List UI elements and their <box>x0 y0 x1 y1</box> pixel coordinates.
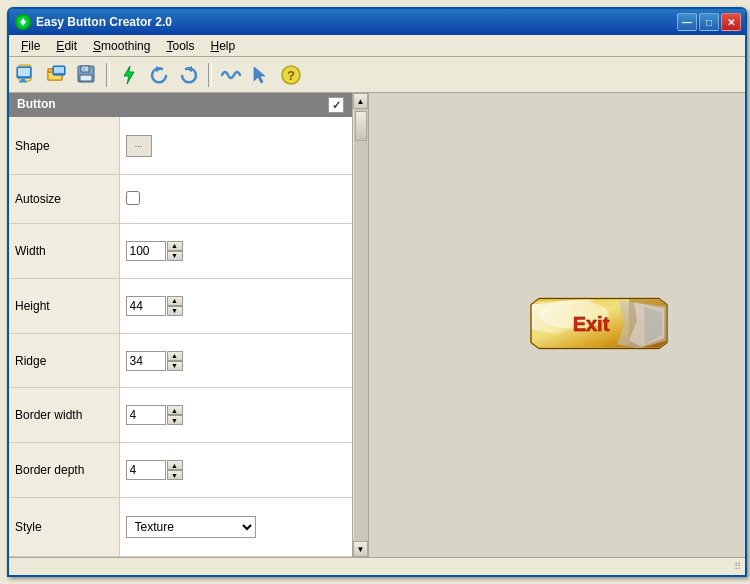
toolbar-new-file[interactable] <box>13 61 41 89</box>
toolbar-save-file[interactable] <box>73 61 101 89</box>
scroll-thumb[interactable] <box>355 111 367 141</box>
prop-label-border-width: Border width <box>9 388 119 443</box>
canvas-area[interactable]: Exit <box>369 93 745 557</box>
prop-value-border-width: ▲ ▼ <box>119 388 352 443</box>
menu-bar: File Edit Smoothing Tools Help <box>9 35 745 57</box>
svg-marker-21 <box>186 66 192 72</box>
border-depth-input[interactable] <box>126 460 166 480</box>
prop-row-border-width: Border width ▲ ▼ <box>9 388 352 443</box>
height-spinner-buttons: ▲ ▼ <box>167 296 183 316</box>
width-spinner: ▲ ▼ <box>126 241 347 261</box>
border-depth-up[interactable]: ▲ <box>167 460 183 470</box>
prop-row-autosize: Autosize <box>9 175 352 224</box>
toolbar: ? <box>9 57 745 93</box>
prop-value-height: ▲ ▼ <box>119 278 352 333</box>
ridge-input[interactable] <box>126 351 166 371</box>
svg-rect-14 <box>54 67 64 73</box>
ridge-spinner: ▲ ▼ <box>126 351 347 371</box>
svg-text:?: ? <box>287 68 295 83</box>
prop-value-ridge: ▲ ▼ <box>119 333 352 388</box>
close-button[interactable]: ✕ <box>721 13 741 31</box>
height-input[interactable] <box>126 296 166 316</box>
border-width-spinner-buttons: ▲ ▼ <box>167 405 183 425</box>
prop-row-style: Style Texture Flat Raised Sunken <box>9 498 352 557</box>
svg-marker-20 <box>156 66 162 72</box>
autosize-checkbox[interactable] <box>126 191 140 205</box>
menu-file[interactable]: File <box>13 37 48 55</box>
ridge-up[interactable]: ▲ <box>167 351 183 361</box>
app-icon <box>15 14 31 30</box>
border-width-spinner: ▲ ▼ <box>126 405 347 425</box>
button-preview: Exit <box>529 295 669 356</box>
border-width-down[interactable]: ▼ <box>167 415 183 425</box>
shape-button[interactable]: ··· <box>126 135 152 157</box>
prop-value-border-depth: ▲ ▼ <box>119 443 352 498</box>
scroll-up-arrow[interactable]: ▲ <box>353 93 368 109</box>
svg-marker-22 <box>254 67 265 83</box>
toolbar-sep-2 <box>208 63 212 87</box>
width-spinner-buttons: ▲ ▼ <box>167 241 183 261</box>
prop-value-style: Texture Flat Raised Sunken <box>119 498 352 557</box>
scroll-track <box>354 109 368 541</box>
svg-marker-19 <box>124 66 134 84</box>
prop-value-width: ▲ ▼ <box>119 224 352 279</box>
left-panel: Button ✓ Shape ··· <box>9 93 369 557</box>
status-bar: ⠿ <box>9 557 745 575</box>
prop-row-height: Height ▲ ▼ <box>9 278 352 333</box>
main-window: Easy Button Creator 2.0 — □ ✕ File Edit … <box>7 7 747 577</box>
properties-area: Button ✓ Shape ··· <box>9 93 368 557</box>
status-grip: ⠿ <box>734 561 741 572</box>
svg-rect-17 <box>83 66 85 71</box>
toolbar-redo[interactable] <box>175 61 203 89</box>
properties-header: Button ✓ <box>9 93 352 117</box>
scroll-down-arrow[interactable]: ▼ <box>353 541 368 557</box>
svg-rect-9 <box>19 81 27 83</box>
border-width-up[interactable]: ▲ <box>167 405 183 415</box>
prop-row-ridge: Ridge ▲ ▼ <box>9 333 352 388</box>
prop-label-autosize: Autosize <box>9 175 119 224</box>
border-width-input[interactable] <box>126 405 166 425</box>
menu-help[interactable]: Help <box>202 37 243 55</box>
svg-text:Exit: Exit <box>573 313 610 335</box>
toolbar-cursor[interactable] <box>247 61 275 89</box>
right-panel: Exit <box>369 93 745 557</box>
svg-rect-8 <box>21 79 25 81</box>
prop-label-style: Style <box>9 498 119 557</box>
maximize-button[interactable]: □ <box>699 13 719 31</box>
toolbar-undo[interactable] <box>145 61 173 89</box>
prop-label-width: Width <box>9 224 119 279</box>
menu-edit[interactable]: Edit <box>48 37 85 55</box>
height-down[interactable]: ▼ <box>167 306 183 316</box>
ridge-down[interactable]: ▼ <box>167 361 183 371</box>
title-controls: — □ ✕ <box>677 13 741 31</box>
menu-smoothing[interactable]: Smoothing <box>85 37 158 55</box>
minimize-button[interactable]: — <box>677 13 697 31</box>
prop-row-border-depth: Border depth ▲ ▼ <box>9 443 352 498</box>
width-down[interactable]: ▼ <box>167 251 183 261</box>
prop-label-ridge: Ridge <box>9 333 119 388</box>
height-up[interactable]: ▲ <box>167 296 183 306</box>
toolbar-sep-1 <box>106 63 110 87</box>
width-input[interactable] <box>126 241 166 261</box>
properties-checked[interactable]: ✓ <box>328 97 344 113</box>
menu-tools[interactable]: Tools <box>158 37 202 55</box>
properties-scrollbar: ▲ ▼ <box>352 93 368 557</box>
border-depth-down[interactable]: ▼ <box>167 470 183 480</box>
title-bar: Easy Button Creator 2.0 — □ ✕ <box>9 9 745 35</box>
toolbar-lightning[interactable] <box>115 61 143 89</box>
properties-table: Button ✓ Shape ··· <box>9 93 352 557</box>
prop-value-shape: ··· <box>119 117 352 175</box>
prop-label-height: Height <box>9 278 119 333</box>
toolbar-help[interactable]: ? <box>277 61 305 89</box>
toolbar-open-file[interactable] <box>43 61 71 89</box>
exit-button-svg: Exit <box>529 295 669 353</box>
prop-label-shape: Shape <box>9 117 119 175</box>
prop-label-border-depth: Border depth <box>9 443 119 498</box>
main-content: Button ✓ Shape ··· <box>9 93 745 557</box>
border-depth-spinner-buttons: ▲ ▼ <box>167 460 183 480</box>
prop-value-autosize <box>119 175 352 224</box>
style-dropdown[interactable]: Texture Flat Raised Sunken <box>126 516 256 538</box>
toolbar-wave[interactable] <box>217 61 245 89</box>
width-up[interactable]: ▲ <box>167 241 183 251</box>
window-title: Easy Button Creator 2.0 <box>36 15 172 29</box>
